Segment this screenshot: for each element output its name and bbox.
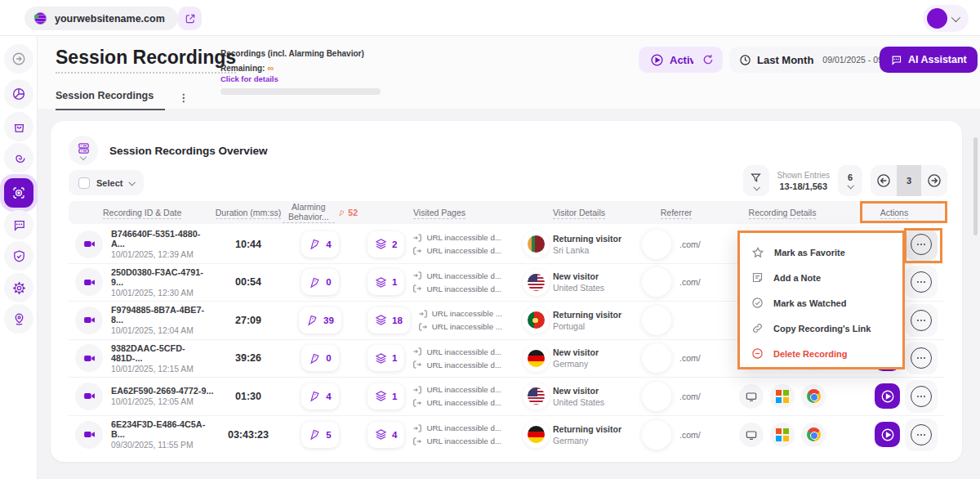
tab-session-recordings[interactable]: Session Recordings: [56, 85, 165, 110]
col-actions[interactable]: Actions: [849, 208, 939, 217]
select-dropdown[interactable]: Select: [69, 170, 144, 195]
visitor-type: New visitor: [553, 347, 599, 357]
flag-icon: [309, 276, 321, 289]
chevron-down-icon: [847, 182, 853, 189]
col-recording-id[interactable]: Recording ID & Date: [69, 208, 214, 217]
sidebar-item-privacy[interactable]: [4, 241, 33, 271]
page-size-dropdown[interactable]: 6: [838, 165, 862, 196]
sidebar-item-analytics[interactable]: [4, 79, 33, 109]
sidebar-item-session-recordings[interactable]: [4, 178, 33, 208]
windows-os-icon: [770, 384, 795, 409]
visited-pages-chip[interactable]: 4: [368, 422, 404, 448]
shown-entries: Shown Entries 13-18/1,563: [777, 171, 830, 191]
page-scrollbar[interactable]: [973, 137, 978, 235]
row-actions-button[interactable]: [911, 310, 932, 331]
col-visitor-details[interactable]: Visitor Details: [521, 208, 637, 217]
col-alarming-behavior[interactable]: Alarming Behavior...52: [283, 202, 358, 223]
select-checkbox[interactable]: [78, 177, 90, 189]
table-row[interactable]: EA62F590-2669-4772-9... 10/01/2025, 12:0…: [69, 378, 944, 416]
visited-pages-chip[interactable]: 18: [368, 307, 410, 334]
infinity-value: ∞: [267, 63, 274, 73]
menu-item-add-note[interactable]: Add a Note: [740, 265, 902, 290]
chrome-browser-icon: [801, 384, 826, 409]
menu-item-copy-link[interactable]: Copy Recording's Link: [740, 316, 902, 341]
play-circle-icon: [650, 53, 664, 67]
col-visited-pages[interactable]: Visited Pages: [358, 208, 521, 217]
visited-pages-chip[interactable]: 2: [368, 231, 404, 257]
menu-item-mark-watched[interactable]: Mark as Watched: [740, 290, 902, 316]
filter-button[interactable]: [743, 165, 769, 196]
video-camera-icon: [75, 307, 103, 334]
sidebar-item-feedback[interactable]: [4, 210, 33, 239]
row-actions-button[interactable]: [911, 271, 932, 293]
alarming-behavior-chip[interactable]: 4: [301, 383, 338, 410]
page-enter-icon: [412, 271, 422, 280]
visited-pages-chip[interactable]: 1: [368, 345, 404, 371]
alarming-behavior-chip[interactable]: 4: [301, 231, 338, 257]
page-enter-icon: [412, 423, 422, 433]
duration-value: 03:43:23: [214, 429, 283, 441]
alarming-behavior-chip[interactable]: 0: [301, 345, 338, 371]
ai-assistant-button[interactable]: AI Assistant: [880, 47, 978, 73]
globe-icon: [33, 11, 48, 26]
flag-icon: [309, 352, 321, 365]
site-selector[interactable]: yourwebsitename.com: [24, 7, 178, 30]
play-recording-button[interactable]: [875, 383, 900, 409]
alarming-behavior-chip[interactable]: 0: [301, 269, 338, 295]
sidebar-item-conversions[interactable]: [4, 112, 33, 141]
table-header: Recording ID & Date Duration (mm:ss) Ala…: [69, 201, 944, 224]
page-exit-icon: [412, 360, 422, 369]
sidebar-item-collapse[interactable]: [4, 44, 33, 74]
chevron-down-icon: [753, 184, 760, 190]
recordings-remaining: Recordings (incl. Alarming Behavior) Rem…: [220, 45, 384, 95]
bag-icon: [12, 120, 26, 134]
exit-url: URL inaccessible ...: [418, 322, 502, 332]
alarming-behavior-chip[interactable]: 5: [301, 422, 338, 448]
open-site-button[interactable]: [178, 7, 202, 30]
row-actions-menu: Mark as Favorite Add a Note Mark as Watc…: [737, 231, 905, 369]
recording-id: 9382DAAC-5CFD-481D-...: [111, 343, 214, 363]
details-link[interactable]: Click for details: [220, 74, 384, 83]
chrome-browser-icon: [801, 423, 826, 447]
account-menu[interactable]: [923, 5, 969, 32]
page-exit-icon: [412, 398, 422, 408]
visitor-type: Returning visitor: [553, 310, 621, 320]
video-camera-icon: [75, 231, 103, 258]
table-row[interactable]: 6E234F3D-E486-4C5A-B... 09/30/2025, 11:5…: [69, 416, 944, 454]
row-actions-button[interactable]: [911, 386, 932, 407]
row-actions-button[interactable]: [911, 234, 932, 255]
visited-pages-chip[interactable]: 1: [368, 269, 404, 295]
flag-icon: [309, 428, 321, 441]
col-duration[interactable]: Duration (mm:ss): [214, 208, 283, 217]
overview-collapse-toggle[interactable]: [69, 136, 98, 165]
recording-date: 10/01/2025, 12:39 AM: [111, 250, 214, 259]
menu-item-mark-favorite[interactable]: Mark as Favorite: [740, 239, 902, 265]
visited-pages-chip[interactable]: 1: [368, 383, 404, 410]
col-referrer[interactable]: Referrer: [637, 208, 715, 217]
menu-item-delete-recording[interactable]: Delete Recording: [740, 341, 902, 366]
prev-page-button[interactable]: [871, 165, 897, 196]
sidebar-item-geolocation[interactable]: [4, 304, 33, 334]
app-window: yourwebsitename.com Session Recordings R…: [0, 0, 980, 479]
next-page-button[interactable]: [921, 165, 947, 196]
flag-united-states-icon: [528, 387, 545, 405]
play-circle-icon: [880, 389, 895, 404]
row-actions-button[interactable]: [911, 347, 932, 369]
swirl-icon: [12, 151, 26, 165]
duration-value: 39:26: [214, 352, 283, 364]
row-actions-button[interactable]: [911, 424, 932, 445]
flag-icon: [338, 208, 345, 218]
duration-value: 27:09: [214, 315, 283, 326]
shield-check-icon: [12, 249, 26, 263]
alarming-behavior-chip[interactable]: 39: [299, 307, 341, 334]
sidebar-item-trends[interactable]: [4, 143, 33, 172]
page-exit-icon: [412, 246, 422, 256]
tab-options-icon[interactable]: ⋮: [178, 92, 189, 104]
entry-url: URL inaccessible d...: [412, 423, 501, 433]
visitor-country: Portugal: [553, 321, 621, 331]
play-recording-button[interactable]: [875, 422, 900, 447]
sidebar-item-settings[interactable]: [4, 273, 33, 302]
refresh-button[interactable]: [693, 47, 723, 73]
col-recording-details[interactable]: Recording Details: [715, 208, 849, 217]
entry-url: URL inaccessible d...: [412, 385, 501, 395]
